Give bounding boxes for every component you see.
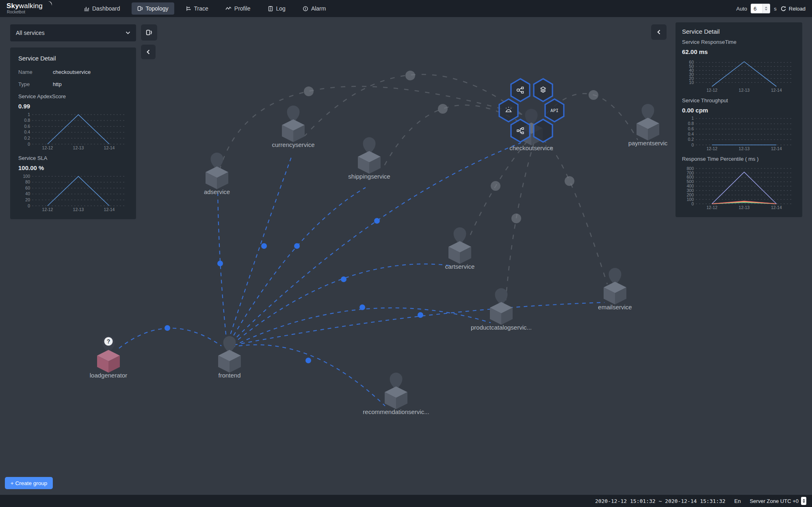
svg-text:0: 0 xyxy=(691,142,694,147)
node-action-endpoint-button[interactable] xyxy=(510,119,531,143)
topology-legend-button[interactable] xyxy=(141,24,157,41)
svg-text:0.4: 0.4 xyxy=(688,132,694,136)
sla-chart: 02040608010012-1212-1312-14 xyxy=(18,172,128,213)
panel-title: Service Detail xyxy=(18,55,128,62)
nav-item-alarm[interactable]: Alarm xyxy=(297,2,332,15)
auto-interval-value[interactable] xyxy=(751,6,762,12)
svg-text:0.6: 0.6 xyxy=(688,126,694,131)
svg-text:12-14: 12-14 xyxy=(104,145,115,150)
sla-chart-title: Service SLA xyxy=(18,155,128,161)
svg-text:500: 500 xyxy=(686,179,694,184)
svg-text:40: 40 xyxy=(25,191,30,196)
service-node-loadgenerator[interactable]: loadgenerator xyxy=(78,334,139,379)
node-action-empty-button[interactable] xyxy=(533,119,554,143)
svg-text:100: 100 xyxy=(686,197,694,202)
auto-interval-input[interactable] xyxy=(751,4,770,13)
nav-item-dashboard[interactable]: Dashboard xyxy=(78,2,126,15)
nav-item-topology[interactable]: Topology xyxy=(132,2,174,15)
collapse-left-panel-button[interactable] xyxy=(141,45,156,59)
svg-text:12-12: 12-12 xyxy=(706,205,717,210)
topology-icon xyxy=(146,29,152,36)
service-node-label: shippingservice xyxy=(348,173,390,180)
service-node-recommendationservice[interactable]: recommendationservic... xyxy=(366,370,427,415)
number-spinner[interactable] xyxy=(762,4,769,13)
apdex-chart-title: Service ApdexScore xyxy=(18,93,128,99)
service-cube-icon xyxy=(214,334,245,374)
log-icon xyxy=(268,6,273,11)
language-selector[interactable]: En xyxy=(734,498,741,504)
service-node-cartservice[interactable]: cartservice xyxy=(429,225,490,270)
chevron-down-icon xyxy=(126,31,130,35)
svg-text:100: 100 xyxy=(23,174,30,179)
service-node-label: currencyservice xyxy=(272,141,314,148)
service-cube-icon xyxy=(201,150,232,191)
profile-icon xyxy=(225,6,232,11)
svg-text:800: 800 xyxy=(686,166,694,171)
service-selector-value: All services xyxy=(16,30,45,36)
svg-text:0.2: 0.2 xyxy=(688,137,694,142)
moon-crescent-icon xyxy=(45,1,53,8)
reload-button[interactable]: Reload xyxy=(780,6,806,12)
nav-item-profile[interactable]: Profile xyxy=(220,2,256,15)
response-time-current-value: 62.00 ms xyxy=(682,48,796,55)
svg-text:200: 200 xyxy=(686,192,694,197)
svg-text:700: 700 xyxy=(686,170,694,175)
service-cube-icon xyxy=(381,370,411,411)
nav-item-trace[interactable]: Trace xyxy=(180,2,214,15)
auto-unit-label: s xyxy=(774,6,777,12)
percentile-chart: 010020030040050060070080012-1212-1312-14 xyxy=(682,165,796,211)
service-node-productcatalogservice[interactable]: productcatalogservic... xyxy=(471,286,532,331)
service-type-field: Typehttp xyxy=(18,81,128,87)
alarm-icon xyxy=(303,6,308,11)
service-node-currencyservice[interactable]: currencyservice xyxy=(263,103,324,148)
service-node-paymentservice[interactable]: paymentservic xyxy=(617,101,678,147)
service-detail-right-panel: Service Detail Service ResponseTime 62.0… xyxy=(676,22,802,217)
nav-item-log[interactable]: Log xyxy=(262,2,291,15)
skywalking-logo: Skywalking Rocketbot xyxy=(6,0,59,17)
service-name-field: Namecheckoutservice xyxy=(18,69,128,75)
service-node-emailservice[interactable]: emailservice xyxy=(585,265,645,311)
svg-text:12-13: 12-13 xyxy=(739,88,750,93)
service-node-shippingservice[interactable]: shippingservice xyxy=(339,135,400,180)
server-zone-label: Server Zone UTC +0 xyxy=(750,498,799,504)
svg-text:400: 400 xyxy=(686,183,694,188)
svg-text:80: 80 xyxy=(25,179,30,184)
svg-text:12-14: 12-14 xyxy=(104,207,115,212)
service-cube-icon xyxy=(444,225,475,265)
chevron-left-icon xyxy=(146,50,150,54)
svg-text:12-12: 12-12 xyxy=(706,146,717,151)
create-group-button[interactable]: + Create group xyxy=(5,477,53,489)
panel-title: Service Detail xyxy=(682,28,796,35)
apdex-current-value: 0.99 xyxy=(18,103,128,110)
apdex-chart: 00.20.40.60.8112-1212-1312-14 xyxy=(18,110,128,151)
auto-reload-label: Auto xyxy=(736,6,747,12)
service-node-label: recommendationservic... xyxy=(363,408,429,415)
svg-text:600: 600 xyxy=(686,175,694,179)
service-node-frontend[interactable]: frontend xyxy=(199,334,260,379)
service-cube-icon xyxy=(354,135,385,175)
response-time-chart-title: Service ResponseTime xyxy=(682,39,796,45)
service-node-label: loadgenerator xyxy=(90,372,128,379)
service-node-label: emailservice xyxy=(598,304,632,311)
service-node-adservice[interactable]: adservice xyxy=(186,150,247,195)
throughput-chart-title: Service Throughput xyxy=(682,97,796,104)
throughput-chart: 00.20.40.60.8112-1212-1312-14 xyxy=(682,114,796,152)
svg-text:0.6: 0.6 xyxy=(24,124,30,129)
time-range-selector[interactable]: 2020-12-12 15:01:32 ~ 2020-12-14 15:31:3… xyxy=(595,498,725,504)
service-cube-icon xyxy=(278,103,309,144)
bottom-statusbar: 2020-12-12 15:01:32 ~ 2020-12-14 15:31:3… xyxy=(0,495,812,507)
top-navbar: Skywalking Rocketbot Dashboard Topology … xyxy=(0,0,812,17)
timezone-spinner[interactable] xyxy=(801,497,806,505)
unknown-service-cube-icon xyxy=(93,334,124,374)
collapse-right-panel-button[interactable] xyxy=(651,24,667,40)
service-selector-dropdown[interactable]: All services xyxy=(10,24,136,41)
service-cube-icon xyxy=(486,286,517,326)
service-node-label: productcatalogservic... xyxy=(471,324,532,331)
topology-icon xyxy=(137,6,143,11)
svg-text:0.2: 0.2 xyxy=(24,136,30,140)
svg-text:12-12: 12-12 xyxy=(42,207,53,212)
sla-current-value: 100.00 % xyxy=(18,164,128,171)
svg-text:0: 0 xyxy=(28,142,30,147)
svg-text:12-13: 12-13 xyxy=(73,207,84,212)
trace-icon xyxy=(186,6,191,11)
